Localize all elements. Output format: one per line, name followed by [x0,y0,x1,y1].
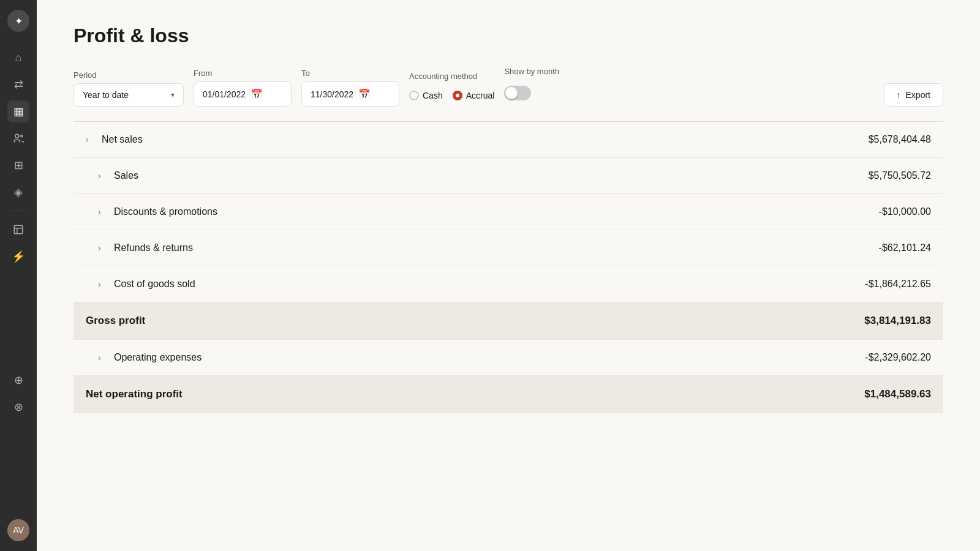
main-content: Profit & loss Period Year to date ▾ From… [37,0,980,551]
row-label-sales: ›Sales [98,170,833,181]
chevron-right-icon[interactable]: › [98,353,108,362]
report-row-net-sales[interactable]: ›Net sales$5,678,404.48 [74,122,943,158]
row-label-cost-of-goods: ›Cost of goods sold [98,279,833,290]
report-row-discounts-promotions[interactable]: ›Discounts & promotions-$10,000.00 [74,194,943,230]
sidebar-divider [9,211,28,211]
row-value-operating-expenses: -$2,329,602.20 [833,352,931,363]
period-select[interactable]: Year to date ▾ [74,83,184,107]
row-label-text-cost-of-goods: Cost of goods sold [114,279,195,290]
row-label-text-net-operating-profit: Net operating profit [86,388,183,400]
from-date-value: 01/01/2022 [203,89,246,99]
row-label-text-operating-expenses: Operating expenses [114,352,202,363]
accounting-method-group: Accounting method Cash Accrual [409,72,494,107]
accrual-label: Accrual [466,91,495,100]
calendar-icon: 📅 [358,88,371,100]
row-label-text-refunds-returns: Refunds & returns [114,242,193,253]
toggle-thumb [505,87,518,99]
period-filter-group: Period Year to date ▾ [74,70,184,107]
period-value: Year to date [83,90,129,100]
row-value-discounts-promotions: -$10,000.00 [833,206,931,217]
row-value-gross-profit: $3,814,191.83 [833,315,931,327]
cash-label: Cash [423,91,443,100]
sidebar: ✦ ⌂ ⇄ ▦ ⊞ ◈ ⚡ ⊕ ⊗ AV [0,0,37,551]
accounting-radio-group: Cash Accrual [409,84,494,107]
filter-bar: Period Year to date ▾ From 01/01/2022 📅 … [74,67,943,107]
sidebar-item-transfers[interactable]: ⇄ [7,73,29,96]
to-filter-group: To 11/30/2022 📅 [301,69,399,107]
row-label-text-net-sales: Net sales [102,134,143,145]
sidebar-logo[interactable]: ✦ [7,10,29,32]
page-title: Profit & loss [74,24,943,47]
show-by-month-toggle-wrap [504,80,559,107]
report-row-gross-profit[interactable]: Gross profit$3,814,191.83 [74,302,943,340]
period-label: Period [74,70,184,80]
sidebar-item-integrations[interactable]: ⊗ [7,396,29,418]
svg-rect-2 [14,225,23,234]
row-label-refunds-returns: ›Refunds & returns [98,242,833,253]
svg-point-0 [15,134,19,138]
sidebar-item-discounts[interactable]: ◈ [7,181,29,203]
sidebar-item-activity[interactable]: ⚡ [7,246,29,268]
chevron-down-icon: ▾ [171,91,175,99]
cash-radio-button[interactable] [409,91,419,100]
from-label: From [194,69,292,78]
row-label-gross-profit: Gross profit [86,315,833,327]
accounting-method-label: Accounting method [409,72,494,81]
sidebar-item-settings[interactable]: ⊕ [7,369,29,391]
row-label-text-sales: Sales [114,170,138,181]
export-icon: ↑ [897,90,901,100]
chevron-right-icon[interactable]: › [98,279,108,289]
chevron-right-icon[interactable]: › [98,171,108,181]
show-by-month-label: Show by month [504,67,559,76]
sidebar-item-home[interactable]: ⌂ [7,47,29,69]
row-label-text-discounts-promotions: Discounts & promotions [114,206,217,217]
sidebar-item-orders[interactable] [7,219,29,241]
row-label-net-operating-profit: Net operating profit [86,388,833,400]
row-label-operating-expenses: ›Operating expenses [98,352,833,363]
avatar[interactable]: AV [7,519,29,541]
report-row-refunds-returns[interactable]: ›Refunds & returns-$62,101.24 [74,230,943,266]
report-row-operating-expenses[interactable]: ›Operating expenses-$2,329,602.20 [74,340,943,376]
accrual-radio-button[interactable] [453,91,462,100]
show-by-month-toggle[interactable] [504,86,531,100]
row-value-sales: $5,750,505.72 [833,170,931,181]
sidebar-item-products[interactable]: ⊞ [7,154,29,176]
chevron-right-icon[interactable]: › [98,207,108,217]
accrual-radio-option[interactable]: Accrual [453,91,495,100]
row-value-cost-of-goods: -$1,864,212.65 [833,279,931,290]
sidebar-item-customers[interactable] [7,127,29,149]
chevron-right-icon[interactable]: › [98,243,108,253]
row-value-refunds-returns: -$62,101.24 [833,242,931,253]
row-label-net-sales: ›Net sales [86,134,833,145]
cash-radio-option[interactable]: Cash [409,91,443,100]
row-value-net-operating-profit: $1,484,589.63 [833,388,931,400]
to-date-input[interactable]: 11/30/2022 📅 [301,81,399,107]
report-row-sales[interactable]: ›Sales$5,750,505.72 [74,158,943,194]
row-value-net-sales: $5,678,404.48 [833,134,931,145]
sidebar-item-reports[interactable]: ▦ [7,100,29,122]
show-by-month-group: Show by month [504,67,559,107]
report-rows: ›Net sales$5,678,404.48›Sales$5,750,505.… [74,122,943,413]
export-label: Export [906,90,930,100]
chevron-right-icon[interactable]: › [86,135,96,144]
calendar-icon: 📅 [251,88,263,100]
export-button[interactable]: ↑ Export [884,83,943,107]
row-label-discounts-promotions: ›Discounts & promotions [98,206,833,217]
report-row-net-operating-profit[interactable]: Net operating profit$1,484,589.63 [74,376,943,413]
from-filter-group: From 01/01/2022 📅 [194,69,292,107]
to-date-value: 11/30/2022 [311,89,353,99]
row-label-text-gross-profit: Gross profit [86,315,145,327]
to-label: To [301,69,399,78]
report-row-cost-of-goods[interactable]: ›Cost of goods sold-$1,864,212.65 [74,266,943,302]
logo-icon: ✦ [15,15,23,27]
svg-point-1 [21,135,23,137]
from-date-input[interactable]: 01/01/2022 📅 [194,81,292,107]
